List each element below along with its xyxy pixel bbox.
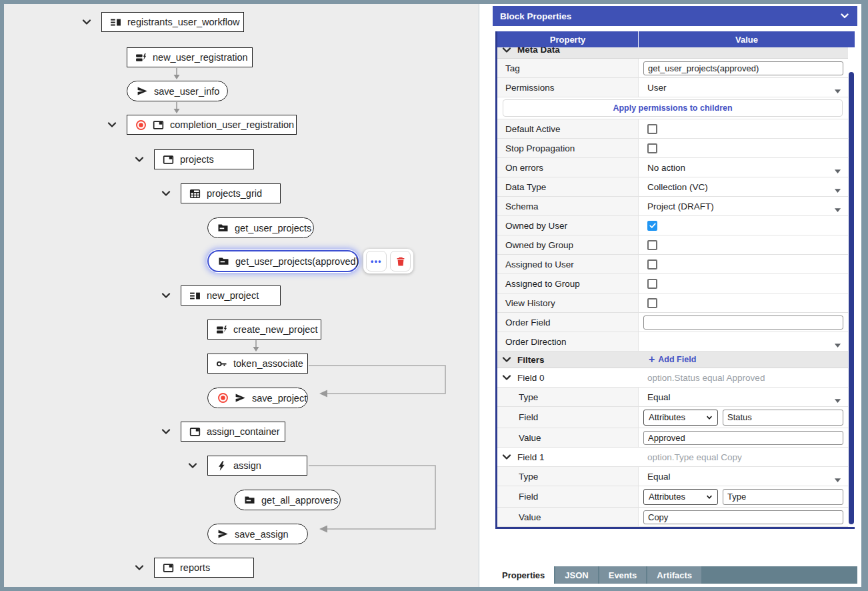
add-field-link[interactable]: +Add Field (643, 354, 696, 365)
property-row-stop-propagation: Stop Propagation (497, 139, 848, 158)
property-value-cell[interactable]: User (639, 78, 848, 97)
workflow-node-assign_container[interactable]: assign_container (181, 422, 285, 442)
property-label-cell: View History (497, 293, 639, 312)
field-source-select[interactable]: Attributes (643, 489, 718, 505)
property-label-cell: Field 0 (497, 368, 639, 387)
dropdown-caret-icon[interactable] (834, 339, 841, 351)
panel-collapse-chevron-down-icon[interactable] (839, 11, 850, 21)
expander-chevron-down-icon[interactable] (107, 119, 117, 130)
checkbox-owned-by-group[interactable] (647, 240, 657, 250)
dropdown-caret-icon[interactable] (834, 85, 841, 97)
field-chevron-down-icon[interactable] (501, 372, 512, 383)
property-label-cell: Value (497, 508, 639, 526)
workflow-node-token_associate[interactable]: token_associate (207, 354, 308, 374)
checkbox-assigned-to-user[interactable] (647, 259, 657, 269)
dropdown-caret-icon[interactable] (834, 203, 841, 215)
property-value-cell[interactable]: Collection (VC) (639, 177, 848, 196)
property-value-cell[interactable] (639, 332, 848, 351)
dropdown-caret-icon[interactable] (834, 474, 841, 486)
checkbox-stop-propagation[interactable] (647, 143, 657, 153)
expander-chevron-down-icon[interactable] (187, 460, 198, 471)
workflow-node-assign[interactable]: assign (207, 456, 307, 476)
panel-title: Block Properties (500, 11, 571, 21)
property-label: Owned by User (505, 221, 567, 231)
value-input-value[interactable] (643, 510, 843, 524)
key-icon (216, 358, 227, 370)
apply-permissions-button[interactable]: Apply permissions to children (503, 99, 843, 117)
tab-icon (163, 154, 174, 165)
tab-artifacts[interactable]: Artifacts (647, 566, 701, 584)
field-name-input[interactable] (723, 410, 843, 426)
workflow-node-get_user_projects_approved[interactable]: get_user_projects(approved) (207, 250, 359, 272)
node-label: get_user_projects(approved) (235, 256, 359, 267)
vertical-scrollbar-thumb[interactable] (849, 72, 854, 524)
property-value-cell[interactable]: No action (639, 158, 848, 177)
node-label: create_new_project (233, 324, 318, 335)
checkbox-owned-by-user[interactable] (647, 221, 657, 231)
workflow-node-save_assign[interactable]: save_assign (207, 524, 308, 544)
property-label: Schema (505, 201, 539, 211)
property-value-cell (639, 293, 848, 312)
section-chevron-down-icon[interactable] (501, 354, 512, 365)
expander-chevron-down-icon[interactable] (161, 188, 171, 199)
node-label: get_user_projects (235, 223, 311, 233)
property-value-cell: option.Status equal Approved (639, 368, 848, 387)
property-label: Value (519, 433, 541, 443)
delete-node-button[interactable] (390, 251, 411, 271)
workflow-node-reports[interactable]: reports (154, 558, 254, 578)
table-grid-icon (189, 188, 201, 199)
dropdown-caret-icon[interactable] (834, 165, 841, 177)
select-caret-icon (705, 414, 713, 422)
property-label: Permissions (505, 83, 555, 93)
workflow-node-projects_grid[interactable]: projects_grid (181, 183, 281, 203)
property-value-cell[interactable]: Equal (639, 467, 848, 486)
workflow-node-new_project[interactable]: new_project (181, 285, 281, 306)
value-input-value[interactable] (643, 431, 843, 445)
node-label: assign_container (207, 426, 280, 437)
select-caret-icon (705, 493, 713, 501)
workflow-node-registrants_user_workflow[interactable]: registrants_user_workflow (101, 12, 244, 32)
expander-chevron-down-icon[interactable] (134, 154, 145, 165)
property-row-value: Value (497, 428, 848, 448)
property-label-cell: On errors (497, 158, 639, 177)
workflow-node-projects[interactable]: projects (154, 149, 254, 169)
tab-properties[interactable]: Properties (493, 566, 554, 584)
property-row-permissions: PermissionsUser (497, 78, 848, 97)
section-value-cell: +Add Field (639, 352, 848, 368)
field-chevron-down-icon[interactable] (501, 452, 512, 462)
value-input-tag[interactable] (643, 61, 843, 75)
expander-chevron-down-icon[interactable] (161, 426, 171, 437)
workflow-node-save_user_info[interactable]: save_user_info (127, 81, 228, 101)
workflow-node-create_new_project[interactable]: create_new_project (207, 320, 321, 340)
send-icon (235, 392, 246, 404)
property-row-schema: SchemaProject (DRAFT) (497, 197, 848, 216)
field-source-select[interactable]: Attributes (643, 410, 718, 426)
workflow-node-get_all_approvers[interactable]: get_all_approvers (234, 490, 341, 510)
property-label-cell: Field 1 (497, 448, 639, 466)
property-value-cell: Attributes (639, 486, 848, 507)
expander-chevron-down-icon[interactable] (161, 290, 171, 301)
property-value-cell[interactable]: Equal (639, 388, 848, 406)
expander-chevron-down-icon[interactable] (134, 562, 145, 573)
expander-chevron-down-icon[interactable] (81, 17, 92, 27)
more-options-button[interactable]: ••• (366, 251, 387, 271)
dropdown-caret-icon[interactable] (834, 184, 841, 196)
field-name-input[interactable] (723, 489, 843, 505)
property-value-cell[interactable]: Project (DRAFT) (639, 197, 848, 215)
dropdown-value: User (643, 83, 667, 93)
checkbox-default-active[interactable] (647, 124, 657, 134)
value-input-order-field[interactable] (643, 316, 843, 330)
loop-connector-arrowhead-icon (319, 390, 327, 398)
workflow-node-new_user_registration[interactable]: new_user_registration (127, 47, 253, 67)
section-chevron-down-icon[interactable] (501, 47, 512, 55)
checkbox-view-history[interactable] (647, 298, 657, 308)
tab-events[interactable]: Events (599, 566, 647, 584)
tab-json[interactable]: JSON (555, 566, 597, 584)
checkbox-assigned-to-group[interactable] (647, 279, 657, 289)
loop-connector-line (309, 366, 445, 394)
dropdown-caret-icon[interactable] (834, 394, 841, 406)
workflow-node-completion_user_registration[interactable]: completion_user_registration (127, 115, 297, 135)
workflow-node-get_user_projects[interactable]: get_user_projects (207, 217, 314, 238)
property-row-value: Value (497, 508, 848, 527)
workflow-node-save_project[interactable]: save_project (207, 388, 308, 408)
